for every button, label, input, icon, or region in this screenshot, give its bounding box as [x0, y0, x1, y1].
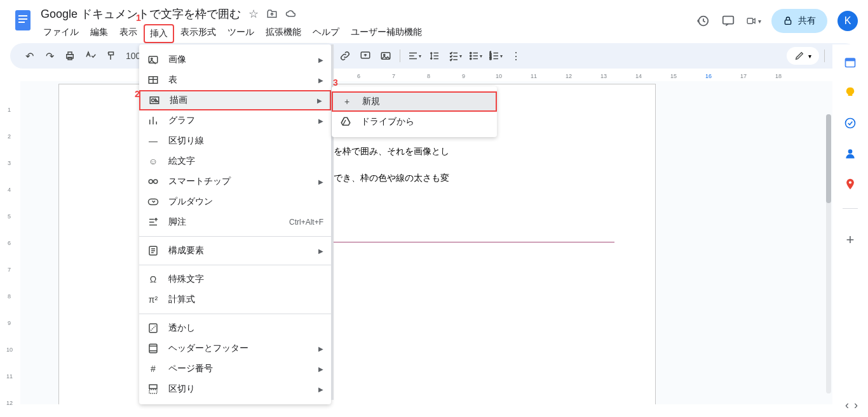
svg-rect-3 — [18, 22, 25, 23]
svg-point-15 — [470, 55, 471, 56]
spellcheck-button[interactable] — [81, 47, 99, 65]
move-icon[interactable] — [266, 8, 278, 20]
explore-nav: ‹ › — [845, 399, 858, 412]
prev-button[interactable]: ‹ — [845, 399, 849, 412]
chevron-right-icon: ▶ — [318, 248, 323, 255]
svg-rect-29 — [149, 324, 157, 333]
history-icon[interactable] — [695, 13, 710, 29]
footnote-icon — [147, 216, 159, 228]
menu-item-image[interactable]: 画像▶ — [139, 50, 331, 70]
annotation-3: 3 — [333, 77, 338, 88]
chevron-right-icon: ▶ — [318, 56, 323, 63]
svg-rect-9 — [68, 52, 72, 55]
menu-item-pagenum[interactable]: #ページ番号▶ — [139, 359, 331, 379]
menu-help[interactable]: ヘルプ — [308, 24, 344, 43]
submenu-new[interactable]: +新規 — [332, 91, 497, 112]
menu-item-drawing[interactable]: 描画▶ — [139, 90, 331, 110]
keep-icon[interactable] — [844, 86, 857, 99]
cloud-status-icon[interactable] — [285, 8, 297, 20]
chevron-right-icon: ▶ — [318, 345, 323, 352]
menu-item-smartchip[interactable]: スマートチップ▶ — [139, 171, 331, 192]
menu-edit[interactable]: 編集 — [85, 24, 113, 43]
menu-item-equation[interactable]: π²計算式 — [139, 289, 331, 310]
svg-rect-7 — [785, 20, 790, 25]
plus-icon: + — [341, 95, 353, 108]
vertical-ruler[interactable]: 1 2 3 4 5 6 7 8 9 10 11 12 — [0, 81, 20, 417]
svg-point-16 — [470, 58, 471, 59]
svg-point-21 — [151, 58, 153, 59]
svg-rect-30 — [149, 344, 157, 353]
comments-icon[interactable] — [721, 13, 736, 29]
paint-format-button[interactable] — [102, 47, 119, 65]
menu-accessibility[interactable]: ユーザー補助機能 — [346, 24, 427, 43]
menu-item-watermark[interactable]: 透かし — [139, 318, 331, 338]
submenu-drive[interactable]: ドライブから — [332, 112, 497, 132]
video-icon[interactable]: ▾ — [746, 13, 761, 29]
svg-rect-0 — [15, 10, 31, 30]
scrollbar-thumb[interactable] — [826, 114, 831, 203]
annotation-2: 2 — [135, 89, 140, 99]
table-icon — [147, 74, 159, 86]
menu-item-pulldown[interactable]: プルダウン — [139, 192, 331, 212]
comment-button[interactable] — [356, 47, 374, 65]
menu-file[interactable]: ファイル — [38, 24, 84, 43]
svg-point-37 — [849, 181, 851, 183]
docs-logo[interactable] — [10, 8, 36, 33]
share-label: 共有 — [798, 15, 816, 27]
numbering-button[interactable]: 123▾ — [487, 47, 505, 65]
drawing-icon — [148, 94, 161, 107]
undo-button[interactable]: ↶ — [20, 47, 38, 65]
menu-insert[interactable]: 挿入 — [144, 24, 174, 43]
align-button[interactable]: ▾ — [405, 47, 423, 65]
svg-rect-1 — [18, 15, 27, 17]
menu-format[interactable]: 表示形式 — [175, 24, 221, 43]
insert-dropdown-menu: 画像▶ 表▶ 描画▶ グラフ▶ —区切り線 ☺絵文字 スマートチップ▶ プルダウ… — [139, 44, 331, 404]
menu-view[interactable]: 表示 — [114, 24, 142, 43]
redo-button[interactable]: ↷ — [41, 47, 58, 65]
menu-item-special[interactable]: Ω特殊文字 — [139, 269, 331, 289]
components-icon — [147, 244, 159, 257]
checklist-button[interactable]: ▾ — [446, 47, 464, 65]
contacts-icon[interactable] — [844, 147, 857, 160]
print-button[interactable] — [61, 47, 79, 65]
menu-item-emoji[interactable]: ☺絵文字 — [139, 151, 331, 171]
chevron-right-icon: ▶ — [318, 178, 323, 185]
chevron-right-icon: ▶ — [318, 77, 323, 84]
menu-item-hr[interactable]: —区切り線 — [139, 131, 331, 151]
pulldown-icon — [147, 195, 159, 208]
chevron-right-icon: ▶ — [317, 97, 322, 104]
svg-point-26 — [154, 180, 158, 183]
star-icon[interactable]: ☆ — [248, 7, 259, 21]
menu-extensions[interactable]: 拡張機能 — [261, 24, 306, 43]
avatar[interactable]: K — [837, 11, 858, 31]
tasks-icon[interactable] — [844, 117, 857, 129]
menu-item-footnote[interactable]: 脚注Ctrl+Alt+F — [139, 212, 331, 232]
menu-item-table[interactable]: 表▶ — [139, 70, 331, 90]
svg-point-24 — [152, 99, 155, 102]
link-button[interactable] — [336, 47, 354, 65]
svg-point-36 — [848, 149, 853, 154]
menu-tools[interactable]: ツール — [222, 24, 259, 43]
annotation-1: 1 — [136, 13, 141, 23]
share-button[interactable]: 共有 — [771, 9, 827, 33]
add-addon-button[interactable]: + — [846, 232, 855, 248]
menu-item-chart[interactable]: グラフ▶ — [139, 110, 331, 131]
editing-mode-button[interactable]: ▾ — [787, 47, 819, 65]
image-button[interactable] — [377, 47, 395, 65]
calendar-icon[interactable] — [844, 56, 857, 69]
bullets-button[interactable]: ▾ — [466, 47, 484, 65]
hr-icon: — — [147, 135, 159, 147]
menu-item-break[interactable]: 区切り▶ — [139, 379, 331, 399]
vertical-scrollbar[interactable] — [826, 114, 831, 394]
svg-rect-2 — [18, 18, 27, 20]
menu-item-components[interactable]: 構成要素▶ — [139, 241, 331, 261]
line-spacing-button[interactable] — [426, 47, 444, 65]
more-button[interactable]: ⋮ — [507, 47, 525, 65]
menubar: ファイル 編集 表示 挿入 表示形式 ツール 拡張機能 ヘルプ ユーザー補助機能 — [38, 24, 695, 43]
svg-point-14 — [470, 52, 471, 53]
next-button[interactable]: › — [854, 399, 858, 412]
menu-item-headerfooter[interactable]: ヘッダーとフッター▶ — [139, 338, 331, 359]
chart-icon — [147, 114, 159, 127]
maps-icon[interactable] — [844, 178, 857, 190]
chevron-right-icon: ▶ — [318, 366, 323, 373]
